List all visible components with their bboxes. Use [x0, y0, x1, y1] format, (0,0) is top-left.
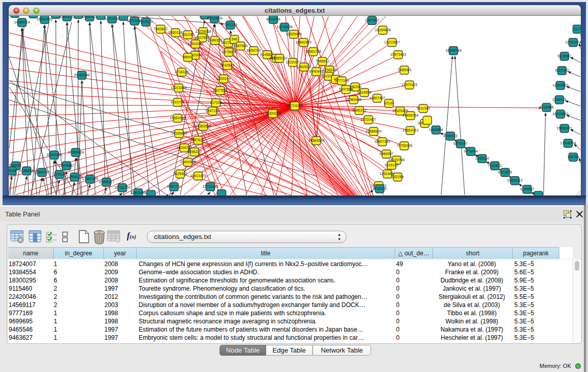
svg-text:14055724: 14055724: [14, 20, 30, 24]
svg-text:9777169: 9777169: [335, 79, 349, 82]
svg-text:12213967: 12213967: [384, 40, 400, 44]
svg-text:10543382: 10543382: [187, 42, 203, 46]
svg-text:19384554: 19384554: [308, 139, 324, 142]
svg-text:16782759: 16782759: [114, 186, 130, 189]
svg-text:16648784: 16648784: [445, 49, 461, 52]
svg-text:1117: 1117: [574, 27, 581, 31]
svg-text:12093822: 12093822: [552, 83, 568, 87]
svg-text:19975887: 19975887: [58, 164, 74, 167]
svg-text:9227342: 9227342: [555, 69, 569, 72]
svg-text:12975115: 12975115: [402, 83, 418, 86]
svg-text:16914479: 16914479: [190, 174, 206, 178]
svg-text:6497568: 6497568: [339, 87, 353, 91]
svg-text:8938923: 8938923: [443, 134, 457, 138]
svg-text:18807249: 18807249: [374, 140, 390, 143]
svg-text:17359924: 17359924: [68, 150, 83, 154]
svg-text:98901: 98901: [183, 55, 193, 59]
svg-text:1822037: 1822037: [286, 60, 299, 64]
svg-text:116753: 116753: [568, 155, 579, 159]
svg-text:3624554: 3624554: [357, 91, 371, 94]
svg-text:1615132: 1615132: [384, 163, 398, 167]
svg-text:12213389: 12213389: [170, 86, 186, 90]
svg-text:3875685: 3875685: [222, 50, 235, 54]
svg-text:7663822: 7663822: [154, 27, 167, 31]
svg-text:15885210: 15885210: [271, 56, 287, 60]
svg-text:8990448: 8990448: [309, 70, 323, 73]
svg-text:7515521: 7515521: [139, 20, 153, 24]
svg-text:10688609: 10688609: [365, 129, 381, 133]
svg-text:7357274: 7357274: [223, 23, 237, 27]
svg-text:16033809: 16033809: [206, 16, 222, 20]
svg-text:1640954: 1640954: [429, 128, 443, 132]
svg-text:7632621: 7632621: [488, 164, 502, 167]
svg-text:19654923: 19654923: [402, 128, 418, 132]
svg-text:70756928: 70756928: [396, 144, 412, 147]
svg-text:20691406: 20691406: [36, 17, 52, 21]
svg-text:1244415: 1244415: [552, 98, 566, 101]
svg-text:39159: 39159: [9, 169, 17, 172]
svg-text:14495794: 14495794: [402, 114, 418, 117]
svg-text:12505135: 12505135: [67, 175, 82, 179]
svg-text:3267130: 3267130: [205, 109, 219, 113]
svg-text:417006: 417006: [210, 101, 222, 104]
svg-text:10973493: 10973493: [390, 53, 406, 56]
svg-text:2718126: 2718126: [175, 70, 188, 74]
svg-text:17016504: 17016504: [560, 141, 576, 145]
svg-text:252254: 252254: [391, 175, 403, 179]
svg-text:18640910: 18640910: [295, 40, 311, 44]
svg-text:2933114: 2933114: [475, 157, 489, 160]
svg-text:12923448: 12923448: [130, 191, 146, 194]
svg-text:20364436: 20364436: [345, 98, 361, 101]
svg-text:114519: 114519: [54, 172, 66, 176]
svg-text:20053346: 20053346: [74, 73, 90, 77]
svg-text:18300295: 18300295: [265, 112, 280, 115]
svg-text:17957225: 17957225: [82, 177, 98, 181]
svg-text:14353594: 14353594: [195, 124, 211, 128]
svg-text:8427552: 8427552: [213, 89, 227, 92]
svg-text:16154808: 16154808: [375, 28, 390, 32]
svg-text:12942737: 12942737: [34, 170, 50, 174]
svg-text:18724007: 18724007: [287, 104, 302, 107]
svg-text:7625402: 7625402: [173, 172, 187, 176]
svg-text:2803144: 2803144: [216, 77, 230, 80]
svg-text:2867608: 2867608: [233, 44, 247, 48]
svg-text:9111340: 9111340: [417, 106, 430, 110]
svg-text:6794028: 6794028: [322, 68, 336, 72]
svg-text:10654112: 10654112: [507, 179, 523, 182]
svg-text:1156819: 1156819: [20, 169, 34, 172]
svg-text:6966102: 6966102: [82, 16, 96, 18]
svg-text:62160: 62160: [384, 101, 394, 105]
svg-text:546: 546: [231, 37, 237, 41]
svg-text:16046738: 16046738: [176, 146, 192, 149]
svg-text:9242843: 9242843: [220, 63, 234, 67]
svg-text:9474444: 9474444: [464, 149, 477, 153]
svg-text:20206556: 20206556: [46, 153, 62, 157]
svg-text:16210643: 16210643: [552, 112, 568, 116]
svg-text:16961758: 16961758: [305, 50, 321, 53]
svg-text:7485063: 7485063: [397, 68, 411, 72]
svg-text:8813054: 8813054: [266, 17, 280, 21]
svg-text:10958117: 10958117: [99, 180, 115, 184]
svg-text:9327508: 9327508: [195, 36, 209, 39]
svg-text:1362615: 1362615: [297, 65, 311, 69]
svg-text:19654933: 19654933: [169, 116, 185, 120]
svg-text:13325419: 13325419: [286, 32, 301, 36]
svg-text:7955812: 7955812: [315, 59, 329, 63]
svg-text:8454749: 8454749: [247, 49, 260, 52]
svg-text:2087682: 2087682: [365, 18, 379, 22]
svg-text:2386372: 2386372: [352, 108, 366, 112]
svg-text:15751074: 15751074: [565, 40, 581, 44]
svg-text:9129961: 9129961: [557, 54, 571, 58]
svg-text:19166855: 19166855: [171, 132, 187, 135]
svg-text:10719185: 10719185: [104, 17, 120, 20]
svg-text:891295: 891295: [182, 33, 193, 36]
svg-text:3215958: 3215958: [539, 105, 553, 109]
svg-text:8186328: 8186328: [208, 38, 222, 42]
svg-text:9245652: 9245652: [520, 187, 534, 191]
svg-text:9884067: 9884067: [379, 152, 393, 156]
svg-text:15720407: 15720407: [360, 118, 376, 121]
svg-text:1733426: 1733426: [373, 187, 386, 190]
svg-text:10025438: 10025438: [392, 109, 408, 113]
svg-text:9457771: 9457771: [167, 185, 181, 188]
svg-text:10653267: 10653267: [59, 16, 75, 18]
